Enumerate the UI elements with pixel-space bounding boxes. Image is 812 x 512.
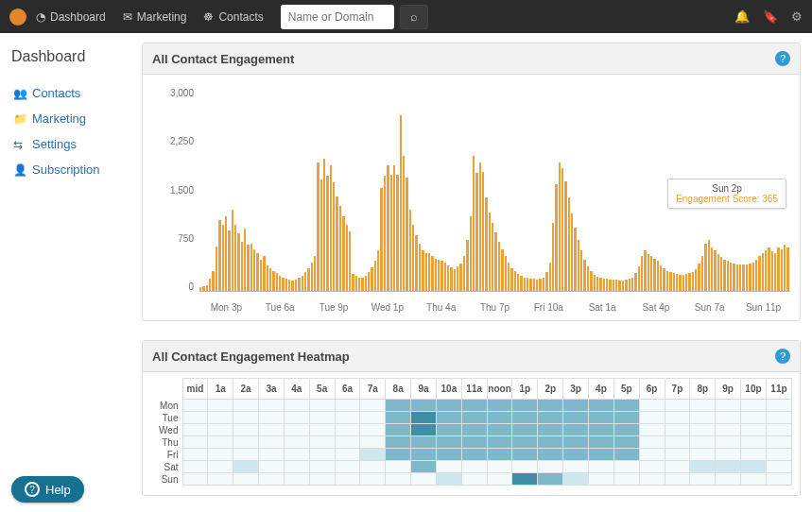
chart-bar[interactable] (663, 268, 665, 291)
heatmap-cell[interactable] (639, 424, 665, 436)
chart-bar[interactable] (682, 275, 684, 291)
chart-bar[interactable] (669, 272, 671, 291)
heatmap-cell[interactable] (360, 461, 386, 473)
heatmap-cell[interactable] (639, 473, 665, 486)
chart-bar[interactable] (311, 263, 313, 291)
chart-bar[interactable] (267, 265, 268, 291)
heatmap-cell[interactable] (284, 449, 309, 461)
gear-icon[interactable]: ⚙ (791, 9, 803, 24)
chart-bar[interactable] (494, 232, 496, 291)
chart-bar[interactable] (428, 253, 430, 291)
heatmap-cell[interactable] (589, 449, 614, 461)
help-icon[interactable]: ? (775, 51, 790, 66)
heatmap-cell[interactable] (512, 449, 538, 461)
heatmap-cell[interactable] (411, 473, 437, 486)
heatmap-cell[interactable] (563, 424, 589, 436)
heatmap-cell[interactable] (360, 412, 386, 424)
heatmap-cell[interactable] (589, 400, 614, 412)
heatmap-cell[interactable] (690, 400, 716, 412)
chart-bar[interactable] (253, 249, 255, 291)
chart-bar[interactable] (371, 267, 372, 291)
chart-bar[interactable] (564, 181, 566, 291)
chart-bar[interactable] (435, 259, 437, 291)
heatmap-cell[interactable] (613, 412, 639, 424)
heatmap-cell[interactable] (741, 400, 767, 412)
chart-bar[interactable] (599, 278, 601, 291)
heatmap-cell[interactable] (538, 424, 563, 436)
heatmap-cell[interactable] (386, 473, 411, 486)
chart-bar[interactable] (202, 286, 204, 291)
chart-bar[interactable] (377, 250, 379, 291)
heatmap-cell[interactable] (741, 424, 767, 436)
heatmap-cell[interactable] (563, 412, 589, 424)
chart-bar[interactable] (396, 175, 398, 291)
heatmap-cell[interactable] (741, 461, 767, 473)
chart-bar[interactable] (272, 271, 274, 292)
heatmap-cell[interactable] (613, 461, 639, 473)
heatmap-cell[interactable] (766, 400, 791, 412)
chart-bar[interactable] (752, 263, 754, 291)
chart-bar[interactable] (222, 225, 224, 291)
heatmap-cell[interactable] (538, 400, 563, 412)
chart-bar[interactable] (419, 244, 421, 291)
heatmap-cell[interactable] (613, 449, 639, 461)
heatmap-cell[interactable] (360, 436, 386, 449)
heatmap-cell[interactable] (360, 400, 386, 412)
chart-bar[interactable] (307, 268, 309, 291)
chart-bar[interactable] (232, 210, 233, 291)
heatmap-cell[interactable] (461, 424, 487, 436)
heatmap-cell[interactable] (563, 461, 589, 473)
heatmap-cell[interactable] (665, 473, 690, 486)
heatmap-cell[interactable] (411, 461, 437, 473)
heatmap-cell[interactable] (665, 449, 690, 461)
chart-bar[interactable] (510, 268, 512, 291)
chart-bar[interactable] (346, 225, 348, 291)
chart-bar[interactable] (609, 280, 611, 291)
heatmap-cell[interactable] (436, 412, 461, 424)
chart-bar[interactable] (276, 273, 278, 291)
chart-bar[interactable] (361, 278, 363, 291)
heatmap-cell[interactable] (208, 412, 233, 424)
chart-bar[interactable] (786, 247, 788, 291)
chart-bar[interactable] (594, 275, 596, 291)
chart-bar[interactable] (482, 172, 484, 291)
heatmap-cell[interactable] (639, 449, 665, 461)
chart-bar[interactable] (228, 230, 230, 292)
chart-bar[interactable] (653, 259, 655, 291)
chart-bar[interactable] (358, 278, 360, 291)
heatmap-cell[interactable] (411, 412, 437, 424)
heatmap-cell[interactable] (563, 473, 589, 486)
brand-logo[interactable] (9, 9, 26, 26)
chart-bar[interactable] (374, 261, 376, 291)
chart-bar[interactable] (529, 279, 531, 291)
heatmap-cell[interactable] (741, 473, 767, 486)
chart-bar[interactable] (596, 277, 598, 291)
chart-bar[interactable] (209, 279, 211, 291)
chart-bar[interactable] (390, 175, 392, 291)
heatmap-cell[interactable] (741, 449, 767, 461)
heatmap-cell[interactable] (766, 461, 791, 473)
heatmap-cell[interactable] (182, 412, 208, 424)
chart-bar[interactable] (545, 272, 547, 291)
chart-bar[interactable] (463, 256, 465, 291)
chart-bar[interactable] (498, 242, 500, 291)
heatmap-cell[interactable] (766, 412, 791, 424)
chart-bar[interactable] (771, 251, 773, 291)
heatmap-cell[interactable] (411, 424, 437, 436)
heatmap-cell[interactable] (741, 436, 767, 449)
heatmap-cell[interactable] (309, 400, 335, 412)
heatmap-cell[interactable] (589, 412, 614, 424)
chart-bar[interactable] (533, 279, 535, 291)
chart-bar[interactable] (508, 263, 510, 291)
chart-bar[interactable] (352, 274, 354, 291)
chart-bar[interactable] (708, 240, 710, 291)
chart-bar[interactable] (368, 272, 370, 291)
heatmap-cell[interactable] (259, 461, 285, 473)
heatmap-cell[interactable] (233, 473, 259, 486)
heatmap-cell[interactable] (259, 449, 285, 461)
heatmap-cell[interactable] (360, 473, 386, 486)
heatmap-cell[interactable] (461, 400, 487, 412)
heatmap-cell[interactable] (538, 473, 563, 486)
chart-bar[interactable] (336, 196, 337, 291)
search-input[interactable] (281, 5, 394, 29)
